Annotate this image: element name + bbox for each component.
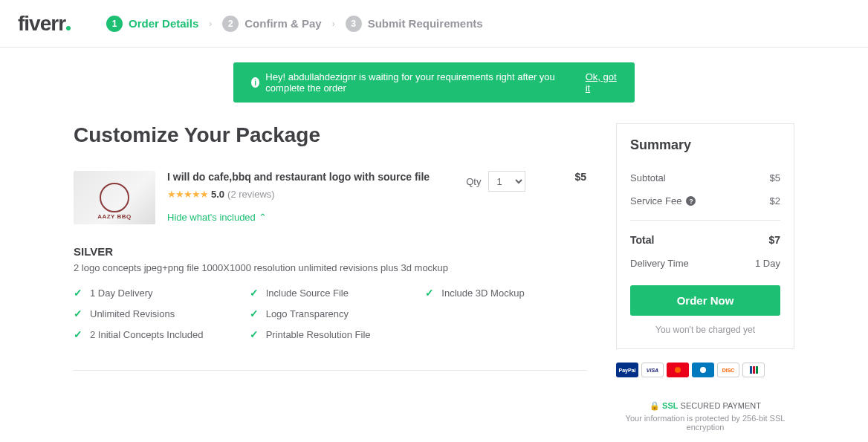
package-name: SILVER [74, 245, 586, 258]
rating-row: ★★★★★ 5.0 (2 reviews) [167, 189, 454, 200]
summary-delivery-row: Delivery Time 1 Day [630, 252, 780, 275]
summary-subtotal-row: Subtotal $5 [630, 166, 780, 189]
chevron-right-icon: › [332, 19, 335, 29]
check-icon: ✓ [74, 308, 82, 319]
feature-text: Printable Resolution File [266, 329, 371, 340]
ssl-row: 🔒 SSL SECURED PAYMENT [616, 401, 794, 411]
check-icon: ✓ [250, 287, 259, 299]
page-title: Customize Your Package [74, 123, 586, 147]
mastercard-icon [667, 363, 689, 377]
feature-text: 1 Day Delivery [90, 287, 153, 299]
logo-text: fiverr [18, 12, 65, 35]
hide-included-link[interactable]: Hide what's included ⌃ [167, 212, 267, 223]
package-section: SILVER 2 logo concepts jpeg+png file 100… [74, 245, 586, 340]
lock-icon: 🔒 [650, 401, 660, 410]
chevron-right-icon: › [209, 19, 212, 29]
charge-note: You won't be charged yet [630, 325, 780, 335]
rating-count: (2 reviews) [227, 189, 275, 200]
chevron-up-icon: ⌃ [259, 212, 267, 223]
banner-dismiss-link[interactable]: Ok, got it [586, 71, 617, 94]
step-confirm-pay[interactable]: 2 Confirm & Pay [222, 16, 321, 32]
rating-score: 5.0 [211, 189, 224, 200]
payment-methods: PayPal VISA DISC [616, 363, 794, 377]
divider [74, 370, 586, 371]
summary-total-row: Total $7 [630, 228, 780, 252]
hide-link-text: Hide what's included [167, 212, 256, 223]
ssl-note: Your information is protected by 256-bit… [616, 414, 794, 432]
logo-dot-icon [66, 26, 71, 30]
ssl-badge: SSL [662, 401, 678, 410]
step-label: Submit Requirements [368, 17, 483, 30]
help-icon[interactable]: ? [686, 196, 696, 206]
gig-title[interactable]: I will do cafe,bbq and restaurant logo w… [167, 171, 454, 183]
step-submit-requirements[interactable]: 3 Submit Requirements [346, 16, 483, 32]
feature-text: Logo Transparency [266, 308, 349, 319]
feature-item: ✓1 Day Delivery [74, 287, 235, 299]
qty-row: Qty 1 [466, 171, 525, 192]
discover-icon: DISC [717, 363, 739, 377]
header: fiverr 1 Order Details › 2 Confirm & Pay… [0, 0, 868, 48]
gig-thumbnail[interactable]: AAZY BBQ [74, 171, 155, 224]
feature-item: ✓Include Source File [250, 287, 411, 299]
progress-steps: 1 Order Details › 2 Confirm & Pay › 3 Su… [106, 16, 483, 32]
summary-box: Summary Subtotal $5 Service Fee ? $2 Tot… [616, 123, 794, 349]
order-now-button[interactable]: Order Now [630, 285, 780, 316]
subtotal-value: $5 [770, 172, 780, 183]
check-icon: ✓ [250, 328, 259, 340]
feature-item: ✓Printable Resolution File [250, 328, 411, 340]
feature-text: Include 3D Mockup [441, 287, 524, 299]
feature-item: ✓Include 3D Mockup [425, 287, 586, 299]
feature-text: Unlimited Revisions [90, 308, 175, 319]
total-value: $7 [768, 234, 780, 246]
features-grid: ✓1 Day Delivery ✓Include Source File ✓In… [74, 287, 586, 340]
summary-fee-row: Service Fee ? $2 [630, 189, 780, 212]
stars-icon: ★★★★★ [167, 189, 208, 200]
fee-value: $2 [770, 195, 780, 207]
visa-icon: VISA [641, 363, 664, 377]
subtotal-label: Subtotal [630, 172, 666, 183]
sidebar: Summary Subtotal $5 Service Fee ? $2 Tot… [616, 123, 794, 432]
delivery-label: Delivery Time [630, 258, 689, 269]
step-label: Confirm & Pay [244, 17, 321, 30]
gig-price: $5 [574, 171, 586, 183]
check-icon: ✓ [425, 287, 434, 299]
qty-select[interactable]: 1 [488, 171, 525, 192]
diners-icon [692, 363, 714, 377]
feature-item: ✓Unlimited Revisions [74, 308, 235, 319]
check-icon: ✓ [250, 308, 259, 319]
logo[interactable]: fiverr [18, 12, 71, 36]
feature-item: ✓Logo Transparency [250, 308, 411, 319]
check-icon: ✓ [74, 328, 82, 340]
jcb-icon [742, 363, 765, 377]
qty-label: Qty [466, 176, 481, 187]
feature-text: 2 Initial Concepts Included [90, 329, 203, 340]
step-order-details[interactable]: 1 Order Details [106, 16, 198, 32]
check-icon: ✓ [74, 287, 82, 299]
info-icon: i [251, 77, 259, 88]
summary-title: Summary [630, 137, 780, 153]
info-banner: i Hey! abdullahdezignr is waiting for yo… [233, 62, 635, 103]
delivery-value: 1 Day [755, 258, 780, 269]
ssl-label: SECURED PAYMENT [681, 401, 761, 410]
feature-text: Include Source File [266, 287, 349, 299]
paypal-icon: PayPal [616, 363, 638, 377]
main-content: Customize Your Package AAZY BBQ I will d… [74, 123, 586, 432]
step-number-icon: 2 [222, 16, 239, 32]
total-label: Total [630, 234, 654, 246]
step-number-icon: 3 [346, 16, 362, 32]
banner-text: Hey! abdullahdezignr is waiting for your… [265, 71, 567, 94]
step-label: Order Details [129, 17, 198, 30]
step-number-icon: 1 [106, 16, 123, 32]
fee-label: Service Fee [630, 195, 681, 207]
feature-item: ✓2 Initial Concepts Included [74, 328, 235, 340]
divider [630, 220, 780, 221]
thumb-label: AAZY BBQ [97, 213, 132, 220]
package-description: 2 logo concepts jpeg+png file 1000X1000 … [74, 262, 586, 273]
gig-row: AAZY BBQ I will do cafe,bbq and restaura… [74, 171, 586, 224]
